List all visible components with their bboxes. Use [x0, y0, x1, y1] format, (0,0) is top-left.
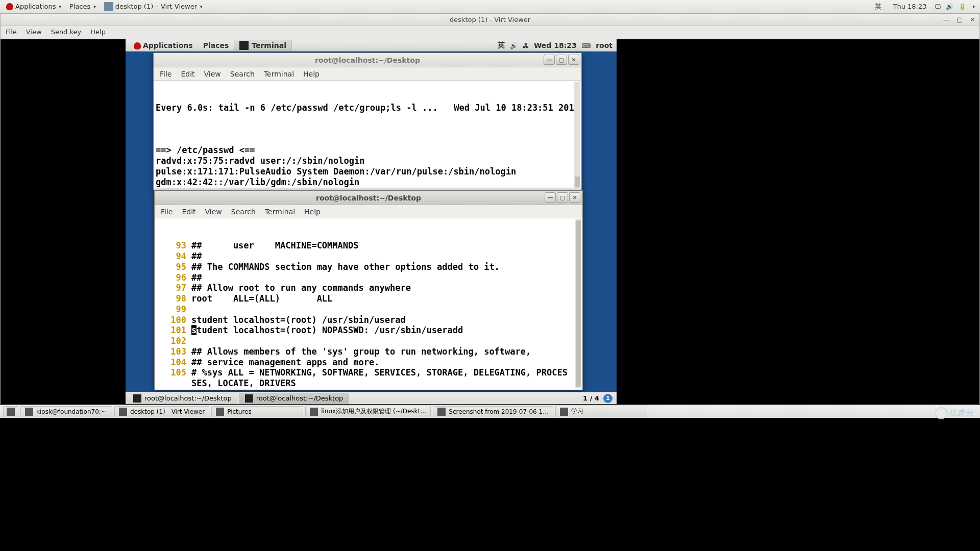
term-watch-max[interactable]: ▢ — [556, 55, 567, 65]
term-vim-menubar: File Edit View Search Terminal Help — [155, 205, 582, 218]
term-watch-menubar: File Edit View Search Terminal Help — [154, 67, 581, 81]
workspace-label: 1 / 4 — [583, 394, 599, 402]
host-topbar: Applications▾ Places▾ desktop (1) – Virt… — [0, 0, 980, 13]
term-menu-search[interactable]: Search — [231, 208, 256, 216]
virt-menu-file[interactable]: File — [6, 28, 17, 36]
term-watch-scrollbar[interactable] — [574, 82, 580, 188]
host-system-caret[interactable]: ▾ — [972, 4, 975, 9]
virt-menu-help[interactable]: Help — [90, 28, 106, 36]
term-menu-search[interactable]: Search — [230, 70, 255, 78]
vim-line: 99 — [157, 304, 580, 315]
vim-line: 97## Allow root to run any commands anyw… — [157, 283, 580, 293]
host-apps-menu[interactable]: Applications▾ — [3, 2, 64, 11]
watch-cmd: Every 6.0s: tail -n 6 /etc/passwd /etc/g… — [156, 103, 438, 113]
virt-max-button[interactable]: ▢ — [957, 16, 963, 23]
watermark: 亿速云 — [935, 407, 974, 419]
host-places-menu[interactable]: Places▾ — [66, 2, 99, 11]
line-number: 102 — [157, 336, 191, 346]
guest-task-term2[interactable]: root@localhost:~/Desktop — [239, 393, 349, 404]
host-task-pictures[interactable]: Pictures — [211, 406, 303, 417]
watch-line: radvd:x:75:75:radvd user:/:/sbin/nologin — [156, 156, 579, 166]
term-menu-view[interactable]: View — [205, 208, 222, 216]
line-number: 104 — [157, 357, 191, 368]
virt-close-button[interactable]: ✕ — [970, 16, 975, 23]
vim-line: 98root ALL=(ALL) ALL — [157, 293, 580, 304]
terminal-icon — [245, 394, 253, 403]
guest-taskbar: root@localhost:~/Desktop root@localhost:… — [126, 392, 617, 404]
guest-apps-menu[interactable]: Applications — [129, 40, 198, 51]
watch-line — [156, 135, 579, 145]
document-icon — [310, 408, 318, 416]
guest-user[interactable]: root — [596, 41, 612, 49]
terminal-watch[interactable]: root@localhost:~/Desktop — ▢ ✕ File Edit… — [153, 53, 582, 190]
term-vim-body[interactable]: 93## user MACHINE=COMMANDS94##95## The C… — [155, 218, 582, 389]
host-task-screenshot[interactable]: Screenshot from 2019-07-06 1… — [433, 406, 553, 417]
term-menu-file[interactable]: File — [161, 208, 173, 216]
guest-task-terminal[interactable]: Terminal — [234, 40, 292, 51]
term-menu-help[interactable]: Help — [303, 70, 320, 78]
guest-places-menu[interactable]: Places — [198, 40, 234, 51]
term-menu-terminal[interactable]: Terminal — [264, 70, 294, 78]
host-task-study[interactable]: 学习 — [555, 406, 647, 417]
guest-clock[interactable]: Wed 18:23 — [534, 41, 577, 49]
host-task-kiosk[interactable]: kiosk@foundation70:~ — [20, 406, 112, 417]
vim-line: SES, LOCATE, DRIVERS — [157, 378, 580, 389]
gnome-hat-icon — [134, 42, 141, 49]
line-number: 96 — [157, 272, 191, 283]
vim-line: 102 — [157, 336, 580, 346]
term-menu-terminal[interactable]: Terminal — [265, 208, 295, 216]
term-vim-min[interactable]: — — [545, 192, 556, 203]
term-menu-edit[interactable]: Edit — [182, 208, 195, 216]
virt-menu-view[interactable]: View — [26, 28, 42, 36]
term-vim-close[interactable]: ✕ — [569, 192, 580, 203]
keyboard-icon[interactable] — [582, 41, 591, 49]
virtviewer-icon — [119, 408, 127, 416]
vim-line: 101student localhost=(root) NOPASSWD: /u… — [157, 325, 580, 336]
guest-topbar: Applications Places Terminal 英 Wed 18:23… — [126, 39, 617, 52]
term-watch-titlebar[interactable]: root@localhost:~/Desktop — ▢ ✕ — [154, 53, 581, 67]
terminal-vim[interactable]: root@localhost:~/Desktop — ▢ ✕ File Edit… — [154, 190, 583, 390]
virtviewer-title: desktop (1) - Virt Viewer — [450, 16, 530, 23]
term-vim-scrollbar[interactable] — [575, 219, 581, 388]
term-watch-close[interactable]: ✕ — [568, 55, 579, 65]
virtviewer-titlebar[interactable]: desktop (1) - Virt Viewer — ▢ ✕ — [1, 14, 979, 26]
virt-menu-sendkey[interactable]: Send key — [51, 28, 82, 36]
volume-icon[interactable] — [946, 3, 953, 10]
gnome-hat-icon — [6, 3, 13, 10]
display-icon[interactable] — [935, 3, 941, 10]
vim-line: 104## service management apps and more. — [157, 357, 580, 368]
host-task-virtviewer[interactable]: desktop (1) – Virt Viewer▾ — [101, 1, 206, 12]
host-input-lang[interactable]: 英 — [872, 1, 885, 12]
term-menu-help[interactable]: Help — [304, 208, 321, 216]
image-icon — [437, 408, 446, 416]
watch-line: pulse:x:171:171:PulseAudio System Daemon… — [156, 166, 579, 177]
volume-icon[interactable] — [510, 41, 518, 49]
term-menu-view[interactable]: View — [204, 70, 221, 78]
host-task-virt[interactable]: desktop (1) - Virt Viewer — [114, 406, 209, 417]
term-vim-max[interactable]: ▢ — [557, 192, 568, 203]
term-menu-file[interactable]: File — [160, 70, 172, 78]
guest-task-term1[interactable]: root@localhost:~/Desktop — [128, 393, 237, 404]
battery-icon[interactable] — [959, 3, 966, 10]
line-number: 93 — [157, 240, 191, 251]
watch-line: gnome-initial-setup:x:993:991::/run/gnom… — [156, 187, 579, 188]
host-taskbar: kiosk@foundation70:~ desktop (1) - Virt … — [0, 405, 980, 418]
host-task-doc[interactable]: linux添加用户及权限管理 (~/Deskt… — [305, 406, 431, 417]
workspace-badge[interactable]: 1 — [603, 394, 612, 403]
document-icon — [560, 408, 568, 416]
guest-input-lang[interactable]: 英 — [498, 41, 505, 50]
line-number: 95 — [157, 262, 191, 272]
term-vim-titlebar[interactable]: root@localhost:~/Desktop — ▢ ✕ — [155, 191, 582, 205]
host-clock[interactable]: Thu 18:23 — [890, 2, 929, 11]
guest-desktop: Applications Places Terminal 英 Wed 18:23… — [126, 39, 617, 404]
host-show-desktop[interactable] — [3, 406, 18, 417]
term-watch-body[interactable]: Every 6.0s: tail -n 6 /etc/passwd /etc/g… — [154, 81, 581, 188]
terminal-icon — [133, 394, 141, 403]
line-number: 101 — [157, 325, 191, 336]
term-menu-edit[interactable]: Edit — [181, 70, 194, 78]
virt-min-button[interactable]: — — [943, 16, 949, 23]
vim-cursor: s — [191, 325, 197, 335]
virtviewer-menubar: File View Send key Help — [1, 26, 979, 38]
network-icon[interactable] — [523, 41, 529, 49]
term-watch-min[interactable]: — — [544, 55, 555, 65]
